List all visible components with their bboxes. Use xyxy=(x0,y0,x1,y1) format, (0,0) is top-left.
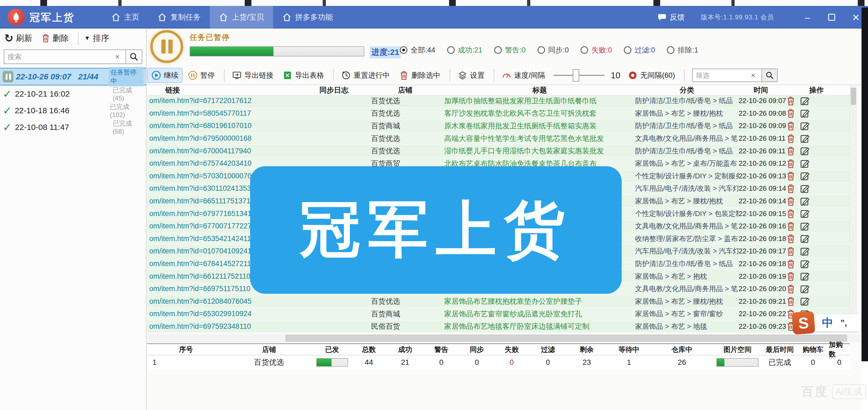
delete-row-icon[interactable] xyxy=(786,134,796,143)
summary-header[interactable]: 总数 xyxy=(351,344,387,355)
delete-row-icon[interactable] xyxy=(786,184,796,194)
pause-button[interactable]: 暂停 xyxy=(184,68,219,82)
edit-row-icon[interactable] xyxy=(800,109,809,118)
product-link[interactable]: om/item.htm?id=697592348110 xyxy=(147,322,302,331)
speed-interval-button[interactable]: 速度/间隔 xyxy=(498,68,549,82)
pause-icon[interactable] xyxy=(150,30,183,63)
delete-row-icon[interactable] xyxy=(786,171,796,181)
product-link[interactable]: om/item.htm?id=671722017612 xyxy=(147,96,302,105)
table-row[interactable]: om/item.htm?id=670004117940 百货优选 湿巾纸婴儿手口… xyxy=(147,145,850,157)
delete-row-icon[interactable] xyxy=(786,271,796,281)
nav-tab[interactable]: 复制任务 xyxy=(149,6,210,29)
delete-row-icon[interactable] xyxy=(786,234,796,243)
delete-row-icon[interactable] xyxy=(786,296,796,306)
summary-header[interactable]: 仓库中 xyxy=(651,344,713,355)
col-header-title[interactable]: 标题 xyxy=(444,86,635,95)
col-header-time[interactable]: 时间 xyxy=(739,86,783,95)
delete-row-icon[interactable] xyxy=(786,96,796,106)
product-link[interactable]: om/item.htm?id=580545770117 xyxy=(147,109,302,118)
continue-button[interactable]: 继续 xyxy=(147,68,183,83)
summary-header[interactable]: 成功 xyxy=(387,344,423,355)
table-row[interactable]: om/item.htm?id=679500000168 百货优选 高端大容量中性… xyxy=(147,133,850,145)
nav-tab[interactable]: 拼多多功能 xyxy=(273,6,342,29)
summary-header[interactable]: 失败 xyxy=(494,344,529,355)
task-list-item[interactable]: ✓ 22-10-18 16:46 已完成(102) xyxy=(0,102,146,119)
filter-radio[interactable]: 排除:1 xyxy=(667,45,698,55)
ime-punctuation-icon[interactable]: ”, xyxy=(840,318,847,328)
table-row[interactable]: om/item.htm?id=653029910924 百货商城 家居饰品布艺窗… xyxy=(147,308,850,320)
minimize-button[interactable]: – xyxy=(796,6,819,29)
vertical-scrollbar-thumb[interactable] xyxy=(851,88,856,105)
speed-slider[interactable] xyxy=(553,69,604,82)
edit-row-icon[interactable] xyxy=(800,284,809,294)
delete-row-icon[interactable] xyxy=(786,146,796,156)
edit-row-icon[interactable] xyxy=(800,159,809,168)
filter-radio[interactable]: 警告:0 xyxy=(494,45,526,55)
delete-selected-button[interactable]: 删除选中 xyxy=(395,68,444,82)
maximize-button[interactable] xyxy=(819,6,844,29)
edit-row-icon[interactable] xyxy=(800,196,809,206)
col-header-category[interactable]: 分类 xyxy=(635,86,739,95)
table-row[interactable]: om/item.htm?id=671722017612 百货优选 加厚纸巾抽纸整… xyxy=(147,95,850,107)
filter-radio[interactable]: 过滤:0 xyxy=(624,45,655,55)
delete-row-icon[interactable] xyxy=(786,222,796,231)
table-row[interactable]: om/item.htm?id=680196107010 百货商城 原木浆卷纸家用… xyxy=(147,120,850,133)
delete-row-icon[interactable] xyxy=(786,121,796,131)
filter-search-button[interactable] xyxy=(762,68,778,82)
task-search-input[interactable]: 搜索 × xyxy=(4,50,126,64)
edit-row-icon[interactable] xyxy=(800,134,809,143)
nav-tab[interactable]: 主页 xyxy=(102,6,149,29)
edit-row-icon[interactable] xyxy=(800,259,809,269)
summary-header[interactable]: 最后时间 xyxy=(762,344,797,355)
edit-row-icon[interactable] xyxy=(800,146,809,156)
reset-running-button[interactable]: 重置进行中 xyxy=(338,68,394,82)
feedback-button[interactable]: 反馈 xyxy=(657,12,685,22)
edit-row-icon[interactable] xyxy=(800,234,809,243)
summary-header[interactable]: 序号 xyxy=(147,344,225,355)
vertical-scrollbar[interactable] xyxy=(850,86,857,333)
delete-row-icon[interactable] xyxy=(786,209,796,218)
filter-radio[interactable]: 全部:44 xyxy=(400,45,435,55)
table-row[interactable]: om/item.htm?id=580545770117 百货优选 客厅沙发抱枕靠… xyxy=(147,107,850,120)
task-search-button[interactable] xyxy=(126,50,142,64)
delete-row-icon[interactable] xyxy=(786,246,796,256)
summary-header[interactable]: 已发 xyxy=(313,344,351,355)
edit-row-icon[interactable] xyxy=(800,271,809,281)
filter-radio[interactable]: 同步:0 xyxy=(537,45,569,55)
clear-x-icon[interactable]: × xyxy=(748,71,758,80)
table-row[interactable]: om/item.htm?id=612084076045 百货优选 家居饰品布艺腰… xyxy=(147,295,850,308)
summary-header[interactable]: 警告 xyxy=(423,344,460,355)
col-header-link[interactable]: 链接 xyxy=(147,86,302,95)
col-header-sync-log[interactable]: 同步日志 xyxy=(302,86,366,95)
edit-row-icon[interactable] xyxy=(800,96,809,106)
nav-tab[interactable]: 上货/宝贝 xyxy=(210,6,273,29)
edit-row-icon[interactable] xyxy=(800,246,809,256)
product-link[interactable]: om/item.htm?id=679500000168 xyxy=(147,134,302,143)
summary-header[interactable]: 过滤 xyxy=(529,344,567,355)
delete-row-icon[interactable] xyxy=(786,159,796,168)
settings-button[interactable]: 设置 xyxy=(454,68,488,82)
delete-row-icon[interactable] xyxy=(786,109,796,118)
no-interval-button[interactable]: 无间隔(60) xyxy=(624,68,679,82)
filter-radio[interactable]: 成功:21 xyxy=(447,45,483,55)
product-link[interactable]: om/item.htm?id=680196107010 xyxy=(147,122,302,130)
edit-row-icon[interactable] xyxy=(800,171,809,181)
summary-header[interactable]: 店铺 xyxy=(225,344,313,355)
horizontal-scrollbar-thumb[interactable] xyxy=(285,335,847,342)
summary-header[interactable]: 加购数 xyxy=(829,344,850,355)
refresh-button[interactable]: ↻ 刷新 xyxy=(4,33,32,44)
delete-row-icon[interactable] xyxy=(786,259,796,269)
horizontal-scrollbar[interactable] xyxy=(147,334,862,342)
export-table-button[interactable]: 导出表格 xyxy=(279,68,328,82)
filter-radio[interactable]: 失败:0 xyxy=(581,45,612,55)
edit-row-icon[interactable] xyxy=(800,209,809,218)
edit-row-icon[interactable] xyxy=(800,121,809,131)
product-link[interactable]: om/item.htm?id=612084076045 xyxy=(147,297,302,305)
delete-row-icon[interactable] xyxy=(786,284,796,294)
slider-handle[interactable] xyxy=(573,69,579,82)
ime-lang-icon[interactable]: 中 xyxy=(822,315,833,330)
table-row[interactable]: om/item.htm?id=697592348110 民俗百货 家居饰品布艺地… xyxy=(147,320,850,333)
task-list-item[interactable]: ✓ 22-10-21 16:02 已完成(45) xyxy=(0,86,146,102)
sogou-s-icon[interactable]: S xyxy=(792,311,815,335)
filter-input[interactable]: 筛选 × xyxy=(692,68,762,82)
